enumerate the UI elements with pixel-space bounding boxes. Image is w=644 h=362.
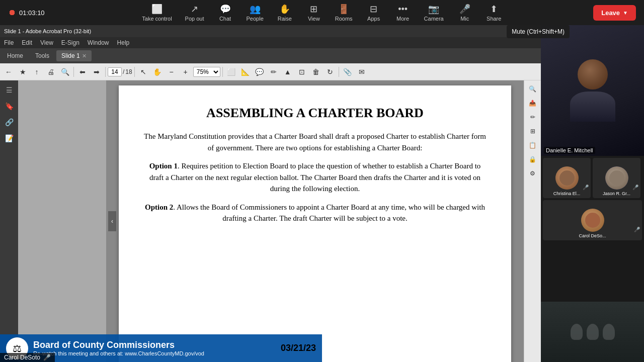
panel-comment-icon[interactable]: 📝	[2, 131, 17, 146]
tool-attach[interactable]: 📎	[341, 65, 354, 78]
participant-mute-icon-3: 🎤	[634, 227, 640, 232]
view-button[interactable]: ⊞ View	[300, 2, 328, 24]
left-panel: ☰ 🔖 🔗 📝	[0, 80, 18, 362]
participant-name-1: Christina El...	[545, 191, 589, 196]
panel-bookmark-icon[interactable]: 🔖	[2, 99, 17, 114]
tool-share2[interactable]: ↑	[30, 65, 43, 78]
raise-button[interactable]: ✋ Raise	[271, 2, 299, 24]
right-tools-panel: 🔍 📤 ✏ ⊞ 📋 🔒 ⚙	[524, 80, 541, 362]
right-protect-icon[interactable]: 🔒	[526, 153, 539, 166]
pop-out-icon: ↗	[191, 4, 198, 15]
slide-body: The Maryland Constitution provides that …	[144, 131, 486, 224]
right-scan-icon[interactable]: 📋	[526, 139, 539, 152]
menu-esign[interactable]: E-Sign	[61, 39, 79, 46]
speaker-mic-icon: 🎤	[43, 354, 51, 361]
camera-icon: 📷	[428, 4, 439, 15]
menu-view[interactable]: View	[40, 39, 53, 46]
people-icon: 👥	[250, 4, 261, 15]
page-number-input[interactable]	[108, 67, 122, 76]
apps-button[interactable]: ⊟ Apps	[360, 2, 388, 24]
participant-avatar-3	[581, 209, 604, 232]
separator4	[222, 67, 223, 77]
participants-strip: Christina El... 🎤 Jason R. Gr... 🎤 Carol…	[541, 156, 644, 242]
option1-text: . Requires petition to Election Board to…	[149, 162, 480, 193]
right-table-icon[interactable]: ⊞	[526, 125, 539, 138]
people-button[interactable]: 👥 People	[240, 2, 270, 24]
menu-window[interactable]: Window	[88, 39, 109, 46]
right-zoom-in-icon[interactable]: 🔍	[526, 82, 539, 96]
slide-option1: Option 1. Requires petition to Election …	[144, 160, 486, 195]
main-speaker-name-label: Danielle E. Mitchell	[544, 147, 595, 154]
slide-option2: Option 2. Allows the Board of Commission…	[144, 202, 486, 224]
acrobat-tool-bar: ← ★ ↑ 🖨 🔍 ⬅ ➡ / 18 ↖ ✋ − + 75% 100% 125%	[0, 63, 541, 80]
tool-cursor[interactable]: ↖	[137, 65, 150, 78]
pdf-page: ASSEMBLING A CHARTER BOARD The Maryland …	[119, 85, 511, 362]
tab-home[interactable]: Home	[2, 50, 28, 61]
mic-icon: 🎤	[459, 4, 470, 15]
rooms-button[interactable]: 🚪 Rooms	[329, 2, 359, 24]
separator1	[73, 67, 74, 77]
tool-prev-page[interactable]: ⬅	[76, 65, 89, 78]
tool-measure[interactable]: 📐	[239, 65, 252, 78]
current-speaker-name: Carol DeSoto	[4, 354, 40, 361]
acrobat-titlebar: Slide 1 - Adobe Acrobat Pro (32-bit) − □…	[0, 25, 541, 37]
meeting-timer: ⏺ 01:03:10	[8, 8, 45, 17]
tool-select-area[interactable]: ⬜	[225, 65, 238, 78]
participant-name-3: Carol DeSo...	[545, 233, 640, 238]
menu-edit[interactable]: Edit	[22, 39, 32, 46]
participant-avatar-1	[555, 166, 579, 190]
right-export-icon[interactable]: 📤	[526, 97, 539, 110]
right-participants-panel: ‹ Danielle E. Mitchell Christina El... 🎤	[541, 25, 644, 362]
tab-close-icon[interactable]: ✕	[82, 53, 87, 59]
tab-tools[interactable]: Tools	[30, 50, 54, 61]
prev-page-arrow[interactable]: ‹	[108, 211, 116, 231]
participant-mute-icon-1: 🎤	[583, 185, 589, 190]
right-settings-icon[interactable]: ⚙	[526, 167, 539, 180]
tool-pen[interactable]: ✏	[267, 65, 280, 78]
panel-page-icon[interactable]: ☰	[2, 82, 17, 98]
timer-icon: ⏺	[8, 8, 16, 17]
chat-button[interactable]: 💬 Chat	[211, 2, 239, 24]
take-control-icon: ⬜	[151, 4, 163, 15]
mute-tooltip: Mute (Ctrl+Shift+M)	[507, 25, 570, 38]
right-edit-icon[interactable]: ✏	[526, 111, 539, 124]
tool-zoom-in[interactable]: +	[179, 65, 192, 78]
more-button[interactable]: ••• More	[389, 2, 417, 24]
page-separator: /	[123, 68, 124, 75]
participant-name-2: Jason R. Gr...	[595, 191, 638, 196]
slide-thumbnails-panel[interactable]	[18, 80, 106, 362]
tool-zoom-out[interactable]: −	[165, 65, 178, 78]
mic-button[interactable]: 🎤 Mic	[451, 2, 479, 24]
leave-button[interactable]: Leave ▼	[593, 5, 636, 21]
tool-redact[interactable]: ⊡	[295, 65, 308, 78]
camera-button[interactable]: 📷 Camera	[418, 2, 450, 24]
tool-rotate[interactable]: ↻	[324, 65, 337, 78]
tool-print[interactable]: 🖨	[44, 65, 57, 78]
share-button[interactable]: ⬆ Share	[480, 2, 508, 24]
tool-hand[interactable]: ✋	[151, 65, 164, 78]
take-control-button[interactable]: ⬜ Take control	[136, 2, 178, 24]
tool-highlight[interactable]: ▲	[281, 65, 294, 78]
tool-mail[interactable]: ✉	[355, 65, 368, 78]
separator2	[105, 67, 106, 77]
tool-back[interactable]: ←	[2, 65, 15, 78]
tool-search[interactable]: 🔍	[58, 65, 71, 78]
participant-card-1: Christina El... 🎤	[543, 158, 591, 198]
menu-file[interactable]: File	[4, 39, 14, 46]
panel-link-icon[interactable]: 🔗	[2, 115, 17, 130]
leave-chevron-icon[interactable]: ▼	[623, 10, 628, 16]
banner-text: Board of County Commissioners Re-watch t…	[33, 340, 204, 356]
main-video-feed	[541, 25, 644, 156]
pop-out-button[interactable]: ↗ Pop out	[179, 2, 210, 24]
tab-slide1[interactable]: Slide 1 ✕	[56, 50, 92, 61]
share-icon: ⬆	[490, 4, 498, 15]
participant-card-2: Jason R. Gr... 🎤	[593, 158, 640, 198]
option2-text: . Allows the Board of Commissioners to a…	[173, 203, 485, 223]
tool-next-page[interactable]: ➡	[90, 65, 103, 78]
tool-delete[interactable]: 🗑	[309, 65, 323, 78]
tool-bookmark[interactable]: ★	[16, 65, 29, 78]
zoom-select[interactable]: 75% 100% 125% 150%	[193, 67, 220, 77]
menu-help[interactable]: Help	[117, 39, 130, 46]
tool-comment[interactable]: 💬	[253, 65, 266, 78]
main-speaker-video: Danielle E. Mitchell	[541, 25, 644, 156]
